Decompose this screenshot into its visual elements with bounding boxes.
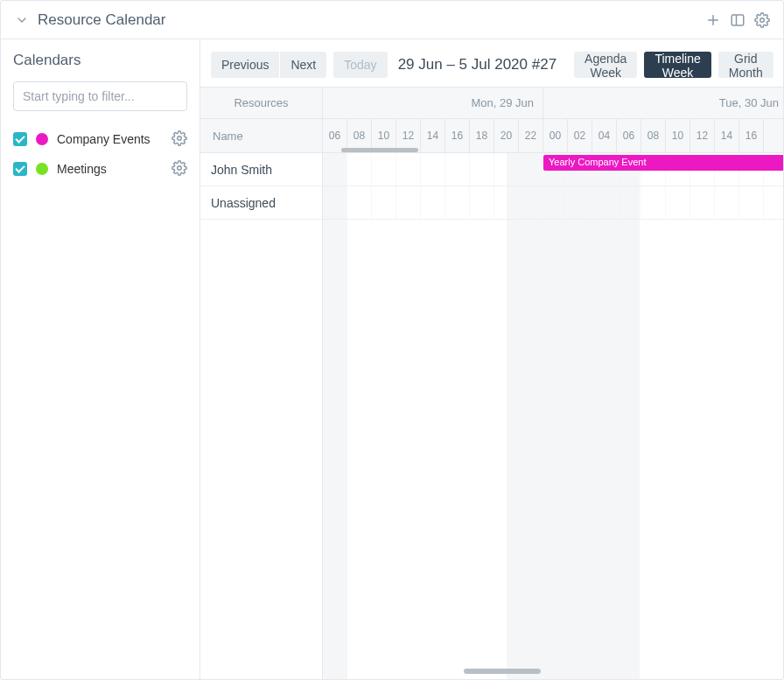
name-column-header: Name <box>200 119 322 152</box>
hour-header: 04 <box>592 119 617 152</box>
hour-header: 20 <box>494 119 519 152</box>
timeline-row[interactable] <box>323 186 783 220</box>
hour-header: 10 <box>666 119 690 152</box>
agenda-week-button[interactable]: Agenda Week <box>574 52 637 78</box>
grid-month-button[interactable]: Grid Month <box>718 52 774 78</box>
day-header: Mon, 29 Jun <box>323 88 543 118</box>
today-button[interactable]: Today <box>333 52 387 78</box>
hour-header: 18 <box>470 119 494 152</box>
gear-icon[interactable] <box>172 160 187 179</box>
hour-header: 02 <box>568 119 592 152</box>
hour-header: 16 <box>445 119 470 152</box>
page-title: Resource Calendar <box>38 11 165 29</box>
hour-header: 06 <box>617 119 641 152</box>
hour-header: 08 <box>641 119 666 152</box>
hour-header: 00 <box>543 119 568 152</box>
calendar-label: Company Events <box>57 132 163 146</box>
resource-row: Unassigned <box>200 186 322 220</box>
svg-point-5 <box>178 136 182 140</box>
hour-header: 14 <box>421 119 445 152</box>
calendar-item: Company Events <box>13 127 187 151</box>
hour-header: 22 <box>519 119 543 152</box>
sidebar: Calendars Company Events Meetings <box>1 39 200 679</box>
toolbar: Previous Next Today 29 Jun – 5 Jul 2020 … <box>200 39 783 87</box>
resources-column: Resources Name John SmithUnassigned <box>200 88 323 679</box>
resource-row: John Smith <box>200 153 322 186</box>
hour-header: 14 <box>715 119 739 152</box>
calendar-checkbox[interactable] <box>13 132 27 146</box>
hour-header: 16 <box>739 119 764 152</box>
day-header: Tue, 30 Jun <box>543 88 783 118</box>
svg-rect-2 <box>732 15 744 25</box>
resources-header: Resources <box>200 88 322 119</box>
event-bar[interactable]: Yearly Company Event <box>543 155 783 171</box>
non-working-band <box>507 153 640 679</box>
previous-button[interactable]: Previous <box>211 52 279 78</box>
settings-button[interactable] <box>750 8 774 32</box>
sidebar-heading: Calendars <box>13 50 187 73</box>
horizontal-scrollbar-thumb[interactable] <box>464 669 541 674</box>
calendar-label: Meetings <box>57 162 163 176</box>
timeline-week-button[interactable]: Timeline Week <box>644 52 710 78</box>
gear-icon[interactable] <box>172 130 187 149</box>
next-button[interactable]: Next <box>280 52 326 78</box>
date-range-title: 29 Jun – 5 Jul 2020 #27 <box>395 56 560 74</box>
add-button[interactable] <box>701 8 725 32</box>
chevron-down-icon[interactable] <box>15 13 29 27</box>
calendar-color-dot <box>36 133 48 145</box>
svg-point-6 <box>178 165 182 170</box>
svg-point-4 <box>760 18 765 22</box>
hour-header: 12 <box>690 119 715 152</box>
timeline-grid: Mon, 29 JunTue, 30 Jun 06081012141618202… <box>323 88 783 679</box>
panel-toggle-button[interactable] <box>725 8 750 32</box>
calendar-checkbox[interactable] <box>13 162 27 176</box>
timeline-row[interactable]: Yearly Company Event <box>323 153 783 186</box>
filter-input[interactable] <box>13 81 187 111</box>
non-working-band <box>323 153 347 679</box>
top-bar: Resource Calendar <box>1 1 783 39</box>
calendar-color-dot <box>36 163 48 175</box>
horizontal-scrollbar-thumb[interactable] <box>341 148 418 152</box>
calendar-item: Meetings <box>13 157 187 181</box>
